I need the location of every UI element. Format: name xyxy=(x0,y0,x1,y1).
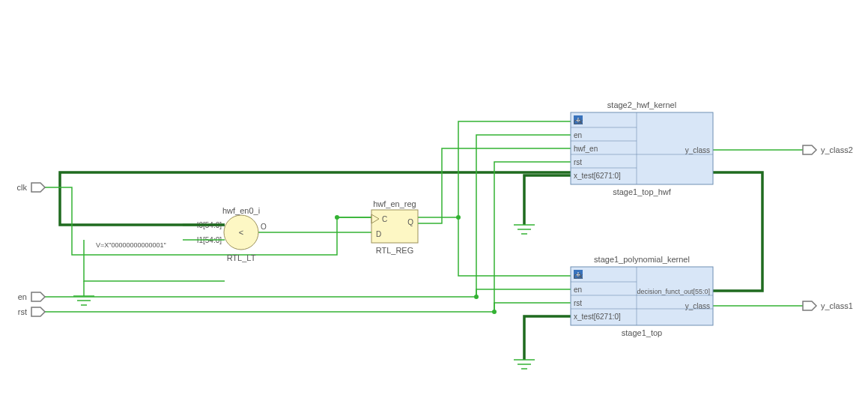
port-rst: rst xyxy=(18,307,45,316)
svg-text:hwf_en: hwf_en xyxy=(574,145,598,153)
block-stage2-hwf-kernel[interactable]: stage2_hwf_kernel stage1_top_hwf + clk e… xyxy=(571,100,713,196)
svg-text:en: en xyxy=(574,286,582,294)
svg-text:Q: Q xyxy=(407,218,413,226)
svg-text:stage1_top_hwf: stage1_top_hwf xyxy=(613,187,672,196)
svg-text:en: en xyxy=(574,131,582,139)
svg-text:hwf_en0_i: hwf_en0_i xyxy=(222,206,260,215)
svg-text:y_class1: y_class1 xyxy=(821,301,853,310)
port-en: en xyxy=(18,292,45,301)
comparator-rtl-lt: hwf_en0_i < RTL_LT I0[54:0] I1[54:0] O xyxy=(197,206,267,262)
svg-marker-8 xyxy=(803,301,816,310)
svg-marker-4 xyxy=(31,307,45,316)
wire-rst-main xyxy=(45,303,571,312)
block-stage1-polynomial-kernel[interactable]: stage1_polynomial_kernel stage1_top + cl… xyxy=(571,255,713,337)
svg-text:hwf_en_reg: hwf_en_reg xyxy=(373,199,416,208)
svg-text:clk: clk xyxy=(574,272,583,280)
svg-text:y_class: y_class xyxy=(685,302,710,310)
wire-clk-to-stage1 xyxy=(458,217,571,276)
svg-text:rst: rst xyxy=(18,307,27,316)
svg-text:O: O xyxy=(261,223,267,231)
svg-marker-2 xyxy=(31,292,45,301)
port-clk: clk xyxy=(17,183,45,192)
svg-text:en: en xyxy=(18,292,27,301)
junction xyxy=(474,295,479,299)
svg-text:clk: clk xyxy=(574,118,583,126)
register-rtl-reg: hwf_en_reg RTL_REG C D Q xyxy=(371,199,418,255)
svg-marker-6 xyxy=(803,145,816,154)
svg-text:x_test[6271:0]: x_test[6271:0] xyxy=(574,172,621,180)
svg-text:stage1_top: stage1_top xyxy=(622,328,662,337)
svg-text:stage1_polynomial_kernel: stage1_polynomial_kernel xyxy=(594,255,690,264)
junction xyxy=(492,310,497,314)
wire-xtest-stage2 xyxy=(524,175,571,225)
svg-text:rst: rst xyxy=(574,158,582,166)
port-yclass2: y_class2 xyxy=(803,145,853,154)
wire-clk-to-stage2 xyxy=(337,121,571,217)
svg-text:<: < xyxy=(239,228,243,237)
svg-text:stage2_hwf_kernel: stage2_hwf_kernel xyxy=(607,100,676,109)
svg-text:x_test[6271:0]: x_test[6271:0] xyxy=(574,313,621,321)
svg-text:y_class: y_class xyxy=(685,146,710,154)
port-yclass1: y_class1 xyxy=(803,301,853,310)
svg-text:rst: rst xyxy=(574,299,582,307)
svg-text:y_class2: y_class2 xyxy=(821,145,853,154)
junction xyxy=(456,215,461,220)
wire-xtest-stage1 xyxy=(524,316,571,360)
svg-text:decision_funct_out[55:0]: decision_funct_out[55:0] xyxy=(637,288,710,295)
junction xyxy=(335,215,339,220)
constant-label: V=X"00000000000001" xyxy=(96,241,166,249)
svg-text:clk: clk xyxy=(17,183,28,192)
svg-marker-0 xyxy=(31,183,45,192)
svg-text:C: C xyxy=(382,215,387,223)
wire-en-main xyxy=(45,289,571,297)
svg-text:RTL_REG: RTL_REG xyxy=(376,246,414,255)
svg-text:D: D xyxy=(376,230,381,238)
svg-text:RTL_LT: RTL_LT xyxy=(227,253,256,262)
